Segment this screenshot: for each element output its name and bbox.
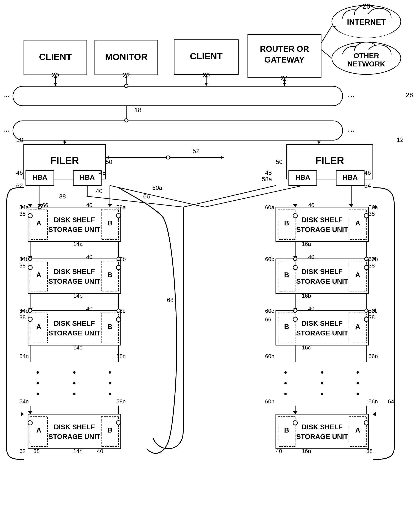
svg-text:12: 12 [397, 136, 404, 143]
svg-point-253 [294, 257, 297, 261]
svg-text:38: 38 [19, 210, 26, 217]
svg-text:16a: 16a [302, 241, 311, 247]
svg-text:56n: 56n [368, 353, 378, 359]
svg-rect-31 [13, 86, 343, 106]
svg-text:•: • [356, 378, 359, 388]
svg-text:STORAGE UNIT: STORAGE UNIT [296, 226, 348, 233]
svg-text:56n: 56n [368, 398, 378, 405]
svg-text:B: B [107, 219, 112, 227]
svg-point-269 [293, 421, 297, 425]
svg-text:HBA: HBA [295, 174, 310, 181]
svg-text:•: • [356, 368, 359, 377]
svg-text:40: 40 [86, 306, 93, 312]
svg-text:MONITOR: MONITOR [105, 52, 148, 62]
svg-text:64: 64 [388, 398, 394, 405]
svg-text:...: ... [347, 124, 355, 133]
svg-text:A: A [36, 271, 41, 279]
svg-text:STORAGE UNIT: STORAGE UNIT [296, 329, 348, 337]
svg-text:B: B [107, 323, 112, 330]
svg-text:A: A [355, 271, 360, 279]
svg-text:B: B [107, 426, 112, 434]
svg-point-262 [28, 214, 32, 218]
svg-text:38: 38 [19, 314, 26, 320]
svg-text:STORAGE UNIT: STORAGE UNIT [48, 226, 100, 233]
svg-point-264 [28, 317, 32, 321]
svg-text:STORAGE UNIT: STORAGE UNIT [48, 329, 100, 337]
svg-text:26: 26 [362, 2, 370, 10]
svg-text:58a: 58a [116, 204, 126, 210]
svg-text:•: • [108, 368, 111, 377]
diagram-container: CLIENT MONITOR CLIENT ROUTER OR GATEWAY … [0, 0, 420, 527]
svg-text:16b: 16b [302, 293, 311, 299]
svg-text:•: • [284, 389, 287, 399]
svg-text:54n: 54n [19, 398, 29, 405]
svg-text:60b: 60b [265, 256, 274, 262]
svg-text:GATEWAY: GATEWAY [264, 55, 304, 64]
svg-text:40: 40 [96, 188, 102, 194]
svg-point-43 [125, 84, 128, 88]
svg-text:•: • [321, 368, 324, 377]
svg-text:62: 62 [19, 448, 26, 454]
svg-text:STORAGE UNIT: STORAGE UNIT [296, 433, 348, 440]
svg-point-261 [116, 421, 121, 425]
svg-point-241 [28, 257, 32, 261]
svg-text:•: • [73, 389, 76, 399]
svg-text:•: • [108, 389, 111, 399]
svg-text:NETWORK: NETWORK [347, 60, 385, 68]
svg-text:STORAGE UNIT: STORAGE UNIT [48, 433, 100, 440]
svg-text:•: • [321, 378, 324, 388]
svg-text:60c: 60c [265, 307, 274, 314]
svg-text:54b: 54b [19, 256, 29, 262]
svg-text:A: A [355, 426, 360, 434]
svg-text:16n: 16n [302, 448, 311, 454]
svg-text:•: • [321, 389, 324, 399]
svg-text:50: 50 [105, 159, 112, 165]
svg-text:OTHER: OTHER [354, 52, 379, 60]
svg-text:54a: 54a [19, 204, 29, 210]
svg-text:A: A [355, 219, 360, 227]
svg-text:DISK SHELF: DISK SHELF [302, 423, 343, 431]
svg-text:DISK SHELF: DISK SHELF [302, 319, 343, 327]
svg-text:HBA: HBA [343, 174, 357, 181]
svg-text:DISK SHELF: DISK SHELF [54, 268, 95, 275]
svg-rect-36 [13, 121, 343, 140]
svg-text:52: 52 [192, 147, 200, 154]
svg-text:14n: 14n [73, 448, 83, 454]
svg-text:40: 40 [308, 202, 315, 209]
svg-text:40: 40 [86, 202, 93, 209]
svg-point-243 [28, 309, 32, 312]
svg-text:•: • [36, 389, 39, 399]
svg-text:14a: 14a [73, 241, 83, 247]
svg-text:64: 64 [364, 182, 371, 189]
svg-point-259 [116, 265, 121, 270]
svg-text:60a: 60a [265, 204, 274, 210]
svg-text:DISK SHELF: DISK SHELF [302, 268, 343, 275]
svg-text:50: 50 [276, 159, 283, 165]
svg-text:•: • [36, 378, 39, 388]
svg-text:A: A [36, 426, 41, 434]
svg-text:14b: 14b [73, 293, 83, 299]
svg-text:B: B [284, 271, 289, 279]
svg-text:10: 10 [16, 136, 23, 143]
svg-point-82 [166, 156, 170, 159]
svg-text:CLIENT: CLIENT [190, 51, 223, 61]
svg-text:66: 66 [143, 193, 150, 200]
svg-text:•: • [284, 378, 287, 388]
svg-text:B: B [284, 219, 289, 227]
svg-text:38: 38 [59, 193, 66, 200]
svg-text:STORAGE UNIT: STORAGE UNIT [48, 277, 100, 285]
svg-text:40: 40 [86, 254, 93, 260]
svg-point-255 [294, 309, 297, 312]
svg-point-265 [28, 421, 32, 425]
svg-text:58a: 58a [262, 176, 272, 183]
svg-point-271 [364, 265, 368, 270]
svg-point-260 [116, 317, 121, 321]
svg-point-270 [364, 214, 368, 218]
svg-text:CLIENT: CLIENT [39, 52, 72, 62]
svg-text:54c: 54c [19, 307, 28, 314]
svg-text:STORAGE UNIT: STORAGE UNIT [296, 277, 348, 285]
svg-text:B: B [107, 271, 112, 279]
main-diagram: CLIENT MONITOR CLIENT ROUTER OR GATEWAY … [0, 0, 420, 527]
svg-point-268 [293, 317, 297, 321]
svg-text:28: 28 [406, 91, 413, 98]
